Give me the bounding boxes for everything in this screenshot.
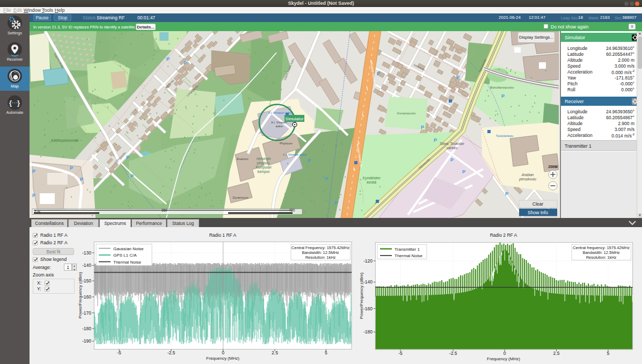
- svg-text:Clear: Clear: [532, 201, 543, 207]
- svg-text:Power/Frequency (dBm): Power/Frequency (dBm): [359, 272, 364, 319]
- svg-text:-160: -160: [82, 294, 91, 300]
- svg-text:P: P: [325, 176, 328, 181]
- svg-text:Thermal Noise: Thermal Noise: [113, 260, 142, 265]
- svg-text:}: }: [17, 99, 20, 107]
- svg-text:Bandwidth: 12.5MHz: Bandwidth: 12.5MHz: [302, 250, 339, 255]
- svg-text:kenttä: kenttä: [367, 180, 376, 184]
- svg-text:P: P: [462, 169, 465, 174]
- svg-text:A.I. Virtasen aukio: A.I. Virtasen aukio: [283, 153, 307, 156]
- svg-text:Frequency (MHz): Frequency (MHz): [487, 356, 520, 361]
- svg-text:-150: -150: [82, 278, 91, 283]
- svg-text:P: P: [80, 177, 83, 182]
- svg-text:Stora, Toukolan: Stora, Toukolan: [440, 142, 464, 145]
- svg-text:Kumpulan: Kumpulan: [256, 165, 272, 170]
- svg-text:aukio: aukio: [275, 125, 282, 128]
- svg-text:200M: 200M: [548, 165, 558, 169]
- svg-text:P: P: [434, 137, 437, 143]
- svg-text:P: P: [501, 93, 505, 99]
- svg-text:Central Frequency: 1575.42MHz: Central Frequency: 1575.42MHz: [291, 245, 350, 250]
- svg-text:P: P: [32, 169, 35, 174]
- svg-text:P: P: [377, 71, 380, 76]
- svg-text:Helsingin: Helsingin: [257, 157, 271, 161]
- svg-text:0 m: 0 m: [34, 210, 40, 214]
- svg-text:Simulator: Simulator: [286, 117, 304, 121]
- svg-text:Physicum: Physicum: [280, 142, 293, 145]
- svg-text:Resolution: 1kHz: Resolution: 1kHz: [586, 255, 617, 260]
- svg-text:P: P: [70, 165, 73, 171]
- svg-text:P: P: [130, 173, 134, 179]
- svg-text:GPS L1 C/A: GPS L1 C/A: [113, 253, 137, 258]
- svg-text:-170: -170: [82, 310, 91, 316]
- svg-text:P: P: [334, 200, 338, 206]
- svg-text:P: P: [166, 56, 170, 62]
- svg-text:720: 720: [289, 208, 295, 212]
- svg-text:P: P: [308, 158, 311, 163]
- svg-text:P: P: [456, 75, 459, 80]
- svg-text:Dynamicum: Dynamicum: [232, 196, 248, 199]
- svg-text:-130: -130: [82, 250, 91, 256]
- svg-text:Central frequency: 1575.42MHz: Central frequency: 1575.42MHz: [573, 245, 630, 250]
- svg-text:P: P: [184, 60, 187, 65]
- svg-text:Radio 1 RF A: Radio 1 RF A: [209, 232, 237, 238]
- svg-text:360: 360: [162, 208, 167, 212]
- svg-text:-120: -120: [363, 258, 373, 264]
- svg-text:Konsjenpuisto: Konsjenpuisto: [397, 112, 416, 115]
- svg-text:Resolution: 1kHz: Resolution: 1kHz: [305, 255, 336, 260]
- svg-text:-140: -140: [82, 263, 91, 268]
- svg-text:Toukolankatu: Toukolankatu: [496, 134, 513, 137]
- svg-text:-180: -180: [363, 329, 373, 334]
- svg-text:peruskoulu: peruskoulu: [519, 177, 536, 181]
- svg-text:Thermal Noise: Thermal Noise: [395, 253, 423, 258]
- svg-text:-180: -180: [82, 326, 91, 331]
- svg-text:Display Settings...: Display Settings...: [519, 35, 553, 40]
- svg-text:Show Info: Show Info: [528, 210, 548, 215]
- svg-text:Power/Frequency (dBm): Power/Frequency (dBm): [78, 272, 83, 318]
- svg-text:kampus: kampus: [258, 170, 271, 174]
- svg-text:-140: -140: [363, 279, 373, 285]
- svg-text:A.I. Virtasen aukio: A.I. Virtasen aukio: [268, 111, 293, 114]
- svg-text:Bandwidth: 12.5MHz: Bandwidth: 12.5MHz: [582, 250, 619, 255]
- svg-text:Gaussian Noise: Gaussian Noise: [113, 246, 144, 251]
- svg-text:Kätilöopistonmäki: Kätilöopistonmäki: [52, 139, 79, 143]
- svg-text:P: P: [32, 193, 35, 198]
- svg-text:Exactum: Exactum: [237, 157, 249, 161]
- svg-text:-160: -160: [363, 306, 373, 311]
- svg-text:-190: -190: [82, 338, 91, 344]
- svg-text:Bokvillaninpuisto: Bokvillaninpuisto: [490, 86, 514, 89]
- svg-text:Frequency (MHz): Frequency (MHz): [206, 356, 239, 361]
- svg-text:Kymtähden: Kymtähden: [363, 176, 381, 180]
- svg-text:Transmitter 1: Transmitter 1: [395, 247, 420, 252]
- svg-text:P: P: [421, 125, 424, 130]
- svg-text:yliopisto,: yliopisto,: [256, 161, 270, 165]
- svg-text:varikko: varikko: [447, 146, 458, 150]
- svg-text:P: P: [126, 155, 129, 160]
- svg-text:P: P: [505, 191, 508, 196]
- svg-text:{: {: [9, 99, 12, 107]
- svg-text:P: P: [450, 157, 454, 163]
- svg-text:Arabian: Arabian: [521, 173, 534, 177]
- svg-text:Radio 2 RF A: Radio 2 RF A: [490, 232, 517, 238]
